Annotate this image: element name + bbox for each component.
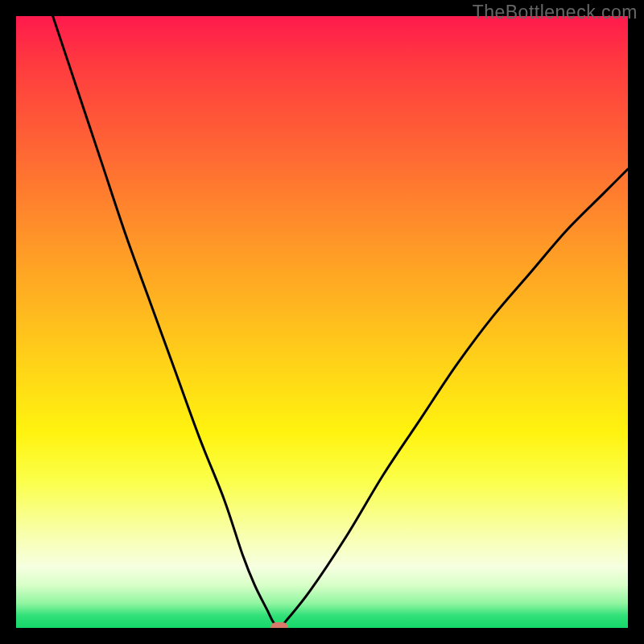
optimal-marker: [270, 622, 288, 628]
plot-area: [16, 16, 628, 628]
chart-frame: TheBottleneck.com: [0, 0, 644, 644]
watermark-text: TheBottleneck.com: [473, 2, 638, 23]
bottleneck-curve: [16, 16, 628, 628]
